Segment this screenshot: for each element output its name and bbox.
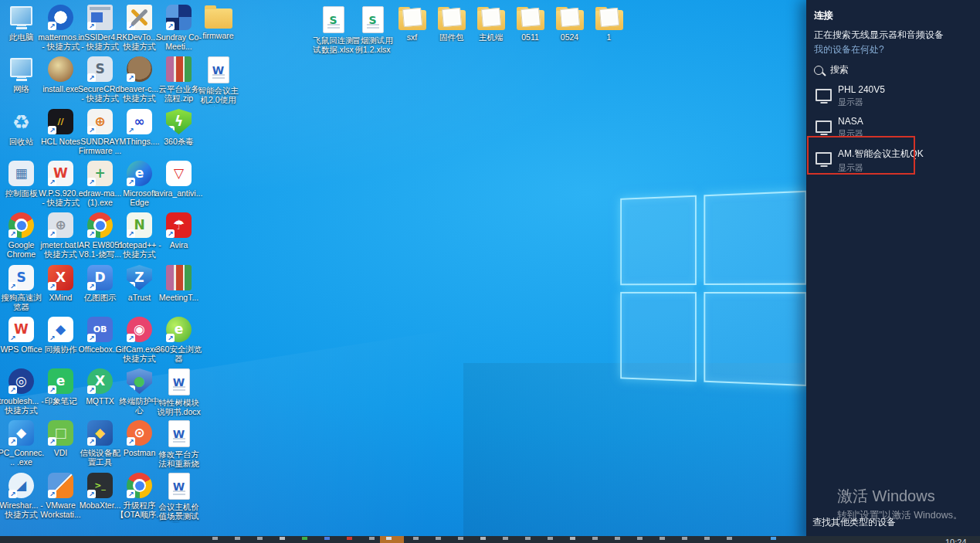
taskbar-item[interactable] [347, 537, 352, 540]
desktop-icon[interactable]: e ↗ Microsoft Edge [120, 161, 159, 208]
file-icon[interactable]: ↗ 固件包 [432, 6, 471, 55]
desktop-icon[interactable]: ↗ inSSIDer4... - 快捷方式 [80, 5, 120, 52]
desktop-icon[interactable]: S ↗ SecureCR... - 快捷方式 [80, 56, 120, 104]
desktop-icon[interactable]: W ↗ W.P.S.920... - 快捷方式 [41, 161, 80, 208]
desktop-icon[interactable]: W ↗ WPS Office [2, 317, 41, 354]
desktop-icon[interactable]: ♻ ↗ 回收站 [2, 109, 41, 146]
desktop-icon[interactable]: ◆ ↗ PC_Connec... .exe [2, 420, 41, 467]
file-icon[interactable]: ↗ sxf [392, 6, 432, 55]
desktop-icon[interactable]: □ ↗ VDI [41, 420, 80, 457]
desktop-icon[interactable]: W ↗ 智能会议主机2.0使用说... [198, 56, 238, 107]
desktop-icon[interactable]: ☂ ↗ Avira [159, 212, 198, 249]
desktop-icon[interactable]: ↗ Google Chrome [2, 212, 41, 260]
taskbar-item[interactable] [413, 537, 419, 540]
taskbar-item[interactable] [280, 537, 285, 540]
search-row[interactable]: 搜索 [814, 63, 849, 76]
desktop-icon[interactable]: W ↗ 修改平台方法和重新烧固... [159, 420, 198, 470]
taskbar-item[interactable] [458, 537, 463, 540]
taskbar-item[interactable] [704, 537, 710, 540]
desktop-icon[interactable]: ϟ ↗ 360杀毒 [159, 109, 198, 146]
desktop-icon[interactable]: ↗ MeetingT... [159, 265, 198, 302]
taskbar-item[interactable] [727, 537, 732, 540]
taskbar-item[interactable] [682, 537, 687, 540]
taskbar-item[interactable] [212, 537, 218, 540]
device-item[interactable]: NASA 显示器 [806, 112, 980, 144]
desktop-icon[interactable]: ◆ ↗ 信锐设备配置工具 [80, 420, 120, 467]
desktop-icon[interactable]: e ↗ 印象笔记 [41, 368, 80, 406]
desktop-icon[interactable]: ↗ 云平台业务流程.zip [159, 56, 198, 104]
taskbar-item[interactable] [570, 537, 575, 540]
desktop-icon[interactable]: ● ↗ 终端防护中心 [120, 368, 159, 416]
device-item[interactable]: PHL 240V5 显示器 [806, 80, 980, 112]
desktop-icon[interactable]: ↗ VMware Workstati... [41, 473, 80, 520]
desktop-icon[interactable]: ↗ dbeaver-c... - 快捷方式 [120, 56, 159, 104]
desktop-icon[interactable]: ▦ ↗ 控制面板 [2, 161, 41, 198]
shortcut-arrow-icon: ↗ [87, 126, 96, 134]
taskbar-item[interactable] [302, 537, 307, 540]
desktop-icon[interactable]: ↗ 网络 [2, 56, 41, 93]
file-icon[interactable]: ↗ 0524 [550, 6, 589, 55]
desktop-icon[interactable]: ◢ ↗ Wireshar... - 快捷方式 [2, 473, 41, 520]
app-icon: e ↗ [166, 317, 192, 342]
taskbar-item[interactable] [369, 537, 375, 540]
desktop-icon[interactable]: // ↗ HCL Notes [41, 109, 80, 146]
file-icon[interactable]: ↗ 主机端 [471, 6, 510, 55]
taskbar-item[interactable] [235, 537, 240, 540]
desktop-icon[interactable]: ↗ firmware [198, 5, 238, 40]
desktop-icon[interactable]: ↗ 升级程序【OTA顺序... [120, 473, 159, 520]
desktop-icon[interactable]: ◆ ↗ 同频协作 [41, 317, 80, 354]
desktop-icon[interactable]: ↗ RKDevTo... - 快捷方式 [120, 5, 159, 52]
desktop-icon[interactable]: ⊕ ↗ jmeter.bat - 快捷方式 [41, 212, 80, 260]
desktop-icon[interactable]: X ↗ MQTTX [80, 368, 120, 406]
taskbar-item[interactable] [257, 537, 263, 540]
desktop-icon[interactable]: ↗ 此电脑 [2, 5, 41, 42]
taskbar-clock[interactable]: 10:24 [945, 538, 967, 543]
find-other-devices-link[interactable]: 查找其他类型的设备 [812, 516, 896, 529]
taskbar-active-app-highlight[interactable] [380, 536, 404, 543]
taskbar-item[interactable] [525, 537, 531, 540]
taskbar-item[interactable] [436, 537, 441, 540]
desktop-icon[interactable]: X ↗ XMind [41, 265, 80, 302]
device-item[interactable]: AM.智能会议主机QK 显示器 [806, 144, 980, 175]
desktop-icon[interactable]: W ↗ 会议主机价值场景测试用... [159, 473, 198, 523]
taskbar-item[interactable] [480, 537, 486, 540]
desktop-icon[interactable]: ∞ ↗ MThings.... [120, 109, 159, 146]
taskbar-item[interactable] [386, 537, 392, 540]
file-icon[interactable]: S ↗ 冒烟测试用例1.2.xlsx [353, 6, 392, 55]
app-icon: ☂ ↗ [166, 212, 192, 238]
desktop-icon[interactable]: N ↗ notepad++ - 快捷方式 [120, 212, 159, 260]
desktop-icon[interactable]: ↗ install.exe [41, 56, 80, 93]
taskbar-item[interactable] [324, 537, 330, 540]
monitor-icon [816, 152, 832, 165]
desktop-icon[interactable]: ⊙ ↗ Postman [120, 420, 159, 457]
shortcut-arrow-icon: ↗ [87, 178, 96, 186]
desktop-icon[interactable]: ↗ mattermos... - 快捷方式 [41, 5, 80, 52]
desktop-icon[interactable]: S ↗ 搜狗高速浏览器 [2, 265, 41, 312]
taskbar[interactable]: 10:24 [0, 536, 980, 543]
desktop-icon[interactable]: >_ ↗ MobaXter... [80, 473, 120, 510]
file-icon[interactable]: ↗ 1 [589, 6, 629, 55]
desktop-icon[interactable]: ▽ ↗ avira_antivi... [159, 161, 198, 198]
desktop-icon[interactable]: W ↗ 特性树模块说明书.docx [159, 368, 198, 417]
taskbar-item[interactable] [615, 537, 620, 540]
desktop-icon[interactable]: ◎ ↗ troublesh... - 快捷方式 [2, 368, 41, 416]
desktop-icon[interactable]: ↗ Sundray Co-Meeti... [159, 5, 198, 52]
where-is-device-link[interactable]: 我的设备在何处? [814, 43, 884, 56]
taskbar-item[interactable] [503, 537, 508, 540]
taskbar-item[interactable] [637, 537, 643, 540]
desktop-icon[interactable]: ◉ ↗ GifCam.exe - 快捷方式 [120, 317, 159, 364]
desktop-icon[interactable]: + ↗ edraw-ma... (1).exe [80, 161, 120, 208]
desktop-icon[interactable]: Z ↗ aTrust [120, 265, 159, 302]
desktop-icon[interactable]: ⊕ ↗ SUNDRAY Firmware ... [80, 109, 120, 156]
shortcut-arrow-icon: ↗ [166, 334, 175, 342]
taskbar-item[interactable] [592, 537, 598, 540]
file-icon[interactable]: ↗ 0511 [510, 6, 550, 55]
taskbar-item[interactable] [771, 537, 776, 540]
taskbar-item[interactable] [660, 537, 665, 540]
desktop-icon[interactable]: e ↗ 360安全浏览器 [159, 317, 198, 364]
file-icon[interactable]: S ↗ 飞鼠回连测试数据.xlsx [314, 6, 353, 55]
desktop-icon[interactable]: OB ↗ Officebox.... [80, 317, 120, 354]
desktop-icon[interactable]: D ↗ 亿图图示 [80, 265, 120, 302]
taskbar-item[interactable] [548, 537, 553, 540]
desktop-icon[interactable]: ↗ IAR EW8051 V8.1-烧写... [80, 212, 120, 260]
